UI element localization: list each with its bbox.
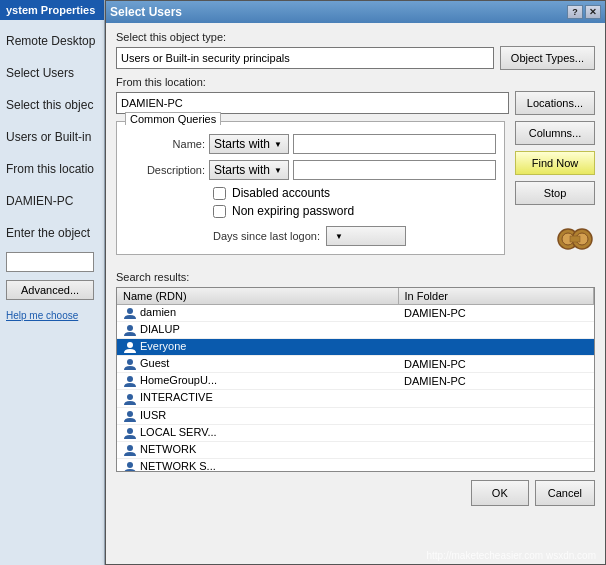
disabled-accounts-checkbox[interactable]	[213, 187, 226, 200]
description-query-label: Description:	[125, 164, 205, 176]
results-table-wrapper[interactable]: Name (RDN) In Folder damienDAMIEN-PCDIAL…	[116, 287, 595, 472]
user-icon	[123, 443, 137, 457]
result-name-cell: damien	[117, 305, 398, 322]
dialog-bottom-buttons: OK Cancel	[106, 472, 605, 512]
svg-point-7	[127, 342, 133, 348]
search-icon-area	[555, 219, 595, 262]
days-logon-row: Days since last logon: ▼	[213, 226, 496, 246]
result-folder-cell	[398, 424, 593, 441]
result-folder-cell	[398, 441, 593, 458]
result-name-cell: HomeGroupU...	[117, 373, 398, 390]
dialog-title: Select Users	[110, 5, 182, 19]
desc-query-input[interactable]	[293, 160, 496, 180]
days-logon-dropdown[interactable]: ▼	[326, 226, 406, 246]
help-titlebar-button[interactable]: ?	[567, 5, 583, 19]
locations-button[interactable]: Locations...	[515, 91, 595, 115]
stop-button[interactable]: Stop	[515, 181, 595, 205]
titlebar-buttons: ? ✕	[567, 5, 601, 19]
object-type-label: Select this object type:	[116, 31, 595, 43]
user-icon	[123, 323, 137, 337]
left-select-object-section: Select this objec	[0, 92, 104, 118]
table-row[interactable]: Everyone	[117, 339, 594, 356]
user-icon	[123, 374, 137, 388]
col-folder-header[interactable]: In Folder	[398, 288, 593, 305]
dialog-content: Select this object type: Users or Built-…	[106, 23, 605, 271]
col-name-header[interactable]: Name (RDN)	[117, 288, 398, 305]
desc-starts-with-dropdown[interactable]: Starts with ▼	[209, 160, 289, 180]
left-damien-pc-section: DAMIEN-PC	[0, 188, 104, 214]
svg-point-6	[127, 325, 133, 331]
columns-button[interactable]: Columns...	[515, 121, 595, 145]
results-table: Name (RDN) In Folder damienDAMIEN-PCDIAL…	[117, 288, 594, 472]
description-query-row: Description: Starts with ▼	[125, 160, 496, 180]
result-name-cell: DIALUP	[117, 322, 398, 339]
disabled-accounts-row: Disabled accounts	[213, 186, 496, 200]
svg-point-10	[127, 394, 133, 400]
name-dropdown-arrow: ▼	[274, 140, 282, 149]
ok-button[interactable]: OK	[471, 480, 529, 506]
advanced-button[interactable]: Advanced...	[6, 280, 94, 300]
common-queries-area: Common Queries Name: Starts with ▼	[116, 121, 595, 263]
desc-dropdown-arrow: ▼	[274, 166, 282, 175]
user-icon	[123, 426, 137, 440]
location-value: DAMIEN-PC	[116, 92, 509, 114]
select-users-section: Select Users	[0, 60, 104, 86]
user-icon	[123, 392, 137, 406]
select-users-dialog: Select Users ? ✕ Select this object type…	[105, 0, 606, 565]
result-folder-cell	[398, 339, 593, 356]
remote-desktop-section: Remote Desktop	[0, 28, 104, 54]
table-row[interactable]: NETWORK S...	[117, 458, 594, 472]
result-name-cell: Guest	[117, 356, 398, 373]
left-users-builtin-section: Users or Built-in	[0, 124, 104, 150]
location-label: From this location:	[116, 76, 595, 88]
non-expiring-label: Non expiring password	[232, 204, 354, 218]
svg-point-12	[127, 428, 133, 434]
tab-content: Name: Starts with ▼ Description: Starts	[117, 122, 504, 254]
object-type-value: Users or Built-in security principals	[116, 47, 494, 69]
svg-point-13	[127, 445, 133, 451]
cancel-button[interactable]: Cancel	[535, 480, 595, 506]
search-binoculars-icon	[555, 219, 595, 259]
svg-point-5	[127, 308, 133, 314]
table-row[interactable]: damienDAMIEN-PC	[117, 305, 594, 322]
result-name-cell: Everyone	[117, 339, 398, 356]
help-me-choose-link[interactable]: Help me choose	[6, 310, 98, 321]
object-types-button[interactable]: Object Types...	[500, 46, 595, 70]
name-query-label: Name:	[125, 138, 205, 150]
result-folder-cell: DAMIEN-PC	[398, 305, 593, 322]
dialog-titlebar: Select Users ? ✕	[106, 1, 605, 23]
result-folder-cell: DAMIEN-PC	[398, 356, 593, 373]
close-titlebar-button[interactable]: ✕	[585, 5, 601, 19]
svg-point-11	[127, 411, 133, 417]
days-logon-arrow: ▼	[335, 232, 343, 241]
result-folder-cell	[398, 458, 593, 472]
search-results-label: Search results:	[116, 271, 595, 283]
tab-common-queries[interactable]: Common Queries	[125, 112, 221, 125]
days-logon-label: Days since last logon:	[213, 230, 320, 242]
table-row[interactable]: DIALUP	[117, 322, 594, 339]
name-query-row: Name: Starts with ▼	[125, 134, 496, 154]
non-expiring-checkbox[interactable]	[213, 205, 226, 218]
queries-left: Common Queries Name: Starts with ▼	[116, 121, 505, 263]
table-row[interactable]: LOCAL SERV...	[117, 424, 594, 441]
table-row[interactable]: HomeGroupU...DAMIEN-PC	[117, 373, 594, 390]
table-row[interactable]: IUSR	[117, 407, 594, 424]
result-name-cell: NETWORK S...	[117, 458, 398, 472]
svg-point-9	[127, 376, 133, 382]
table-row[interactable]: NETWORK	[117, 441, 594, 458]
name-query-input[interactable]	[293, 134, 496, 154]
result-folder-cell	[398, 390, 593, 407]
common-queries-panel: Common Queries Name: Starts with ▼	[116, 121, 505, 255]
table-row[interactable]: GuestDAMIEN-PC	[117, 356, 594, 373]
object-type-row: Users or Built-in security principals Ob…	[116, 46, 595, 70]
table-row[interactable]: INTERACTIVE	[117, 390, 594, 407]
user-icon	[123, 409, 137, 423]
name-starts-with-dropdown[interactable]: Starts with ▼	[209, 134, 289, 154]
result-name-cell: IUSR	[117, 407, 398, 424]
user-icon	[123, 357, 137, 371]
result-name-cell: NETWORK	[117, 441, 398, 458]
left-enter-object-input[interactable]	[6, 252, 94, 272]
system-properties-title: ystem Properties	[0, 0, 104, 20]
find-now-button[interactable]: Find Now	[515, 151, 595, 175]
search-results-section: Search results: Name (RDN) In Folder dam…	[106, 271, 605, 472]
